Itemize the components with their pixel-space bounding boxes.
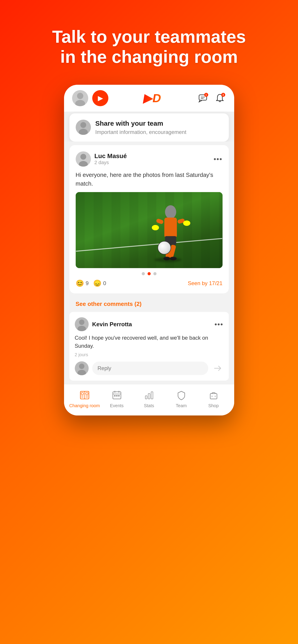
nav-label-events: Events [110, 403, 124, 408]
nav-item-changing-room[interactable]: Changing room [69, 389, 101, 408]
send-button[interactable] [212, 362, 223, 374]
carousel-dot-3[interactable] [153, 272, 156, 275]
share-text-area: Share with your team Important informati… [95, 120, 186, 135]
svg-rect-26 [81, 393, 84, 394]
svg-point-23 [78, 370, 86, 375]
field-background [76, 192, 222, 268]
hero-title: Talk to your teammates in the changing r… [48, 27, 250, 67]
sad-emoji: 😞 [93, 279, 101, 287]
svg-rect-36 [114, 395, 116, 396]
top-bar: ▶ ▶D 1 [64, 85, 234, 112]
share-avatar [76, 120, 91, 135]
feed-area: Luc Masué 2 days ••• Hi everyone, here a… [64, 142, 234, 384]
comment-menu-button[interactable]: ••• [214, 320, 223, 328]
comment-time: 2 jours [75, 352, 223, 357]
post-time: 2 days [95, 160, 127, 166]
svg-rect-37 [116, 395, 118, 396]
post-user-info: Luc Masué 2 days [95, 152, 127, 166]
see-other-comments-button[interactable]: See other comments (2) [69, 296, 229, 312]
happy-emoji: 😊 [76, 279, 84, 287]
comment-card: Kevin Perrotta ••• Cool! I hope you've r… [69, 312, 229, 380]
svg-rect-40 [148, 394, 150, 399]
post-header: Luc Masué 2 days ••• [76, 152, 222, 166]
post-image [76, 192, 222, 268]
nav-label-changing-room: Changing room [69, 403, 100, 408]
happy-reaction[interactable]: 😊 9 [76, 279, 89, 287]
svg-point-20 [79, 320, 84, 325]
post-menu-button[interactable]: ••• [214, 155, 222, 163]
changing-room-icon [78, 389, 91, 402]
stats-icon [143, 389, 155, 402]
top-icons: 1 3 [197, 92, 226, 104]
carousel-dots [76, 272, 222, 275]
post-reactions: 😊 9 😞 0 Seen by 17/21 [76, 279, 222, 287]
bell-badge: 3 [221, 93, 225, 97]
svg-point-8 [79, 161, 88, 166]
svg-rect-38 [118, 395, 120, 396]
comment-avatar [75, 317, 89, 331]
svg-point-17 [183, 220, 190, 226]
post-card: Luc Masué 2 days ••• Hi everyone, here a… [69, 145, 229, 294]
svg-rect-27 [86, 393, 88, 394]
nav-label-shop: Shop [208, 403, 219, 408]
comment-username: Kevin Perrotta [92, 321, 132, 328]
post-username: Luc Masué [95, 152, 127, 160]
svg-point-1 [75, 100, 85, 106]
comment-header: Kevin Perrotta ••• [75, 317, 223, 331]
nav-label-stats: Stats [144, 403, 154, 408]
svg-point-5 [80, 122, 86, 128]
page-wrapper: Talk to your teammates in the changing r… [0, 0, 298, 644]
svg-rect-42 [210, 394, 217, 399]
share-post-input[interactable]: Share with your team Important informati… [69, 113, 229, 142]
svg-point-16 [152, 225, 159, 230]
post-text: Hi everyone, here are the photos from la… [76, 170, 222, 188]
svg-rect-11 [156, 218, 164, 224]
svg-rect-10 [164, 218, 177, 238]
share-subtitle: Important information, encouragement [95, 129, 186, 135]
svg-point-7 [80, 154, 86, 160]
post-user: Luc Masué 2 days [76, 152, 127, 166]
reply-avatar [75, 361, 89, 375]
soccer-ball [158, 241, 171, 254]
chat-button[interactable]: 1 [197, 92, 209, 104]
sad-reaction[interactable]: 😞 0 [93, 279, 106, 287]
carousel-dot-1[interactable] [142, 272, 145, 275]
svg-rect-39 [145, 396, 147, 399]
team-icon [175, 389, 188, 402]
chat-badge: 1 [204, 93, 208, 97]
svg-point-44 [215, 396, 216, 397]
nav-item-team[interactable]: Team [165, 389, 197, 408]
team-badge[interactable]: ▶ [92, 90, 108, 106]
events-icon [111, 389, 123, 402]
nav-item-events[interactable]: Events [101, 389, 133, 408]
bell-button[interactable]: 3 [214, 92, 226, 104]
svg-point-21 [78, 326, 86, 331]
brand-logo: ▶D [112, 92, 193, 105]
svg-point-9 [165, 205, 176, 219]
nav-label-team: Team [176, 403, 187, 408]
svg-point-22 [79, 364, 84, 369]
share-title: Share with your team [95, 120, 186, 127]
nav-item-shop[interactable]: Shop [197, 389, 230, 408]
comment-user: Kevin Perrotta [75, 317, 132, 331]
reactions-left: 😊 9 😞 0 [76, 279, 106, 287]
sad-count: 0 [103, 280, 106, 286]
shop-icon [207, 389, 220, 402]
svg-rect-41 [151, 392, 153, 399]
happy-count: 9 [86, 280, 89, 286]
bottom-nav: Changing room Events [64, 384, 234, 416]
seen-count: Seen by 17/21 [188, 280, 222, 286]
carousel-dot-2[interactable] [148, 272, 151, 275]
comment-text: Cool! I hope you've recovered well, and … [75, 334, 223, 350]
nav-item-stats[interactable]: Stats [133, 389, 165, 408]
phone-container: ▶ ▶D 1 [64, 85, 234, 416]
reply-input[interactable] [92, 362, 208, 375]
user-avatar [72, 90, 88, 106]
reply-row [75, 361, 223, 375]
svg-point-6 [79, 129, 88, 135]
svg-point-0 [77, 93, 83, 99]
svg-point-43 [212, 396, 212, 397]
post-avatar [76, 152, 91, 166]
